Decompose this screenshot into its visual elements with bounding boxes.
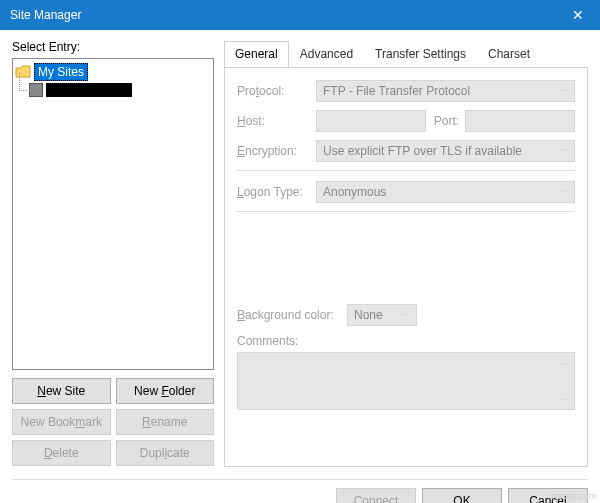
new-site-button[interactable]: New Site	[12, 378, 111, 404]
port-input[interactable]	[465, 110, 575, 132]
new-bookmark-button: New Bookmark	[12, 409, 111, 435]
scroll-down-icon[interactable]: ﹀	[558, 393, 572, 407]
scroll-up-icon[interactable]: ︿	[558, 355, 572, 369]
site-tree[interactable]: My Sites	[12, 58, 214, 370]
tab-body-general: Protocol: FTP - File Transfer Protocol ﹀…	[224, 67, 588, 467]
bgcolor-value: None	[354, 308, 383, 322]
tree-root-label[interactable]: My Sites	[34, 63, 88, 81]
window-title: Site Manager	[10, 8, 81, 22]
chevron-down-icon: ﹀	[559, 85, 568, 98]
new-folder-button[interactable]: New Folder	[116, 378, 215, 404]
row-logon: Logon Type: Anonymous ﹀	[237, 181, 575, 203]
row-encryption: Encryption: Use explicit FTP over TLS if…	[237, 140, 575, 162]
site-buttons: New Site New Folder New Bookmark Rename …	[12, 378, 214, 466]
comments-label: Comments:	[237, 334, 575, 348]
host-label: Host:	[237, 114, 316, 128]
chevron-down-icon: ﹀	[401, 309, 410, 322]
divider	[237, 170, 575, 171]
divider	[237, 211, 575, 212]
connect-button: Connect	[336, 488, 416, 503]
row-bgcolor: Background color: None ﹀	[237, 304, 575, 326]
bgcolor-combo[interactable]: None ﹀	[347, 304, 417, 326]
protocol-combo[interactable]: FTP - File Transfer Protocol ﹀	[316, 80, 575, 102]
comments-textarea[interactable]: ︿ ﹀	[237, 352, 575, 410]
tree-child[interactable]	[29, 81, 211, 99]
encryption-combo[interactable]: Use explicit FTP over TLS if available ﹀	[316, 140, 575, 162]
right-pane: General Advanced Transfer Settings Chars…	[224, 40, 588, 467]
bgcolor-label: Background color:	[237, 308, 347, 322]
chevron-down-icon: ﹀	[559, 186, 568, 199]
port-label: Port:	[434, 114, 459, 128]
tab-general[interactable]: General	[224, 41, 289, 67]
delete-button: Delete	[12, 440, 111, 466]
tab-bar: General Advanced Transfer Settings Chars…	[224, 41, 588, 68]
row-protocol: Protocol: FTP - File Transfer Protocol ﹀	[237, 80, 575, 102]
server-icon	[29, 83, 43, 97]
encryption-label: Encryption:	[237, 144, 316, 158]
dialog-content: Select Entry: My Sites New Site New Fold…	[0, 30, 600, 475]
encryption-value: Use explicit FTP over TLS if available	[323, 144, 522, 158]
rename-button: Rename	[116, 409, 215, 435]
protocol-value: FTP - File Transfer Protocol	[323, 84, 470, 98]
tree-root[interactable]: My Sites	[15, 63, 211, 81]
row-host: Host: Port:	[237, 110, 575, 132]
left-pane: Select Entry: My Sites New Site New Fold…	[12, 40, 214, 467]
close-icon[interactable]: ✕	[566, 7, 590, 23]
duplicate-button: Duplicate	[116, 440, 215, 466]
logon-value: Anonymous	[323, 185, 386, 199]
chevron-down-icon: ﹀	[559, 145, 568, 158]
ok-button[interactable]: OK	[422, 488, 502, 503]
host-input[interactable]	[316, 110, 426, 132]
dialog-footer: Connect OK Cancel	[12, 479, 588, 503]
titlebar[interactable]: Site Manager ✕	[0, 0, 600, 30]
tab-advanced[interactable]: Advanced	[289, 41, 364, 67]
watermark: wsxdn.com	[551, 491, 596, 501]
tab-transfer-settings[interactable]: Transfer Settings	[364, 41, 477, 67]
protocol-label: Protocol:	[237, 84, 316, 98]
logon-combo[interactable]: Anonymous ﹀	[316, 181, 575, 203]
tree-child-label[interactable]	[46, 83, 132, 97]
tab-charset[interactable]: Charset	[477, 41, 541, 67]
logon-label: Logon Type:	[237, 185, 316, 199]
select-entry-label: Select Entry:	[12, 40, 214, 54]
